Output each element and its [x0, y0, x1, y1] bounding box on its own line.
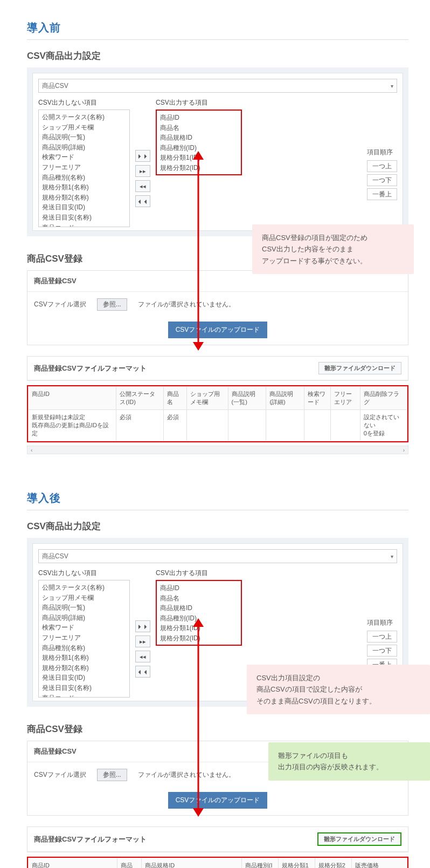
- upload-row-after: CSVファイルのアップロード: [34, 792, 401, 809]
- upload-button[interactable]: CSVファイルのアップロード: [168, 322, 268, 338]
- list-item[interactable]: 販売価格: [160, 644, 238, 646]
- no-file-text-after: ファイルが選択されていません。: [138, 770, 235, 780]
- template-download-button[interactable]: 雛形ファイルダウンロード: [317, 832, 401, 846]
- move-right-button[interactable]: ▸▸: [135, 165, 150, 177]
- browse-button[interactable]: 参照...: [97, 298, 127, 311]
- list-item[interactable]: 商品説明(一覧): [42, 132, 126, 142]
- table-header: 規格分類2(ID): [315, 858, 351, 869]
- no-file-text: ファイルが選択されていません。: [138, 300, 235, 309]
- list-item[interactable]: 商品コード: [42, 693, 126, 698]
- divider: [27, 39, 408, 40]
- list-item[interactable]: 検索ワード: [42, 152, 126, 162]
- format-title-after: 商品登録CSVファイルフォーマット: [34, 835, 147, 844]
- move-buttons: ⏵⏵ ▸▸ ◂◂ ⏴⏴: [135, 150, 150, 207]
- list-item[interactable]: 規格分類1(ID): [160, 623, 238, 633]
- table-header: 商品規格ID: [142, 858, 242, 869]
- horizontal-scrollbar[interactable]: ‹ ›: [27, 446, 408, 454]
- csv-output-panel: 商品CSV ▾ CSV出力しない項目 公開ステータス(名称)ショップ用メモ欄商品…: [27, 67, 408, 236]
- format-card: 商品登録CSVファイルフォーマット 雛形ファイルダウンロード: [27, 356, 408, 381]
- list-item[interactable]: 商品種別(名称): [42, 643, 126, 653]
- order-up-button[interactable]: 一つ上: [367, 631, 397, 643]
- list-item[interactable]: 規格分類2(名称): [42, 193, 126, 203]
- order-up-button[interactable]: 一つ上: [367, 160, 397, 172]
- list-item[interactable]: 販売価格: [160, 173, 238, 175]
- list-item[interactable]: 商品説明(詳細): [42, 142, 126, 153]
- select-value: 商品CSV: [42, 81, 68, 91]
- after-section: 導入後 CSV商品出力設定 商品CSV ▾ CSV出力しない項目 公開ステータス…: [27, 491, 408, 868]
- table-header: フリーエリア: [331, 387, 360, 410]
- move-all-right-button[interactable]: ⏵⏵: [135, 150, 150, 162]
- table-header: 商品説明(詳細): [266, 387, 304, 410]
- list-item[interactable]: 発送日目安(ID): [42, 202, 126, 213]
- table-cell: 新規登録時は未設定 既存商品の更新は商品IDを設定: [29, 410, 116, 441]
- list-item[interactable]: 発送日目安(名称): [42, 213, 126, 223]
- list-item[interactable]: フリーエリア: [42, 162, 126, 173]
- list-item[interactable]: 規格分類2(名称): [42, 663, 126, 673]
- csv-output-title-after: CSV商品出力設定: [27, 520, 408, 532]
- list-item[interactable]: 商品ID: [160, 583, 238, 593]
- list-item[interactable]: 公開ステータス(名称): [42, 112, 126, 122]
- move-left-button[interactable]: ◂◂: [135, 651, 150, 662]
- callout-after-pink: CSV出力項目設定の 商品CSVの項目で設定した内容が そのまま商品CSVの項目…: [247, 665, 430, 714]
- order-down-button[interactable]: 一つ下: [367, 645, 397, 657]
- list-item[interactable]: 商品名: [160, 123, 238, 133]
- list-item[interactable]: 検索ワード: [42, 623, 126, 633]
- list-item[interactable]: 規格分類2(ID): [160, 163, 238, 173]
- list-item[interactable]: 発送日目安(ID): [42, 673, 126, 683]
- format-table-wrap-after: 商品ID商品名商品規格ID商品種別(ID)規格分類1(ID)規格分類2(ID)販…: [27, 857, 408, 868]
- list-item[interactable]: 商品種別(名称): [42, 173, 126, 183]
- list-item[interactable]: 商品種別(ID): [160, 613, 238, 624]
- order-controls-after: 項目順序 一つ上 一つ下 一番上: [367, 618, 397, 671]
- table-header: 販売価格: [351, 858, 407, 869]
- left-column-after: CSV出力しない項目 公開ステータス(名称)ショップ用メモ欄商品説明(一覧)商品…: [38, 569, 130, 698]
- excluded-listbox[interactable]: 公開ステータス(名称)ショップ用メモ欄商品説明(一覧)商品説明(詳細)検索ワード…: [38, 110, 130, 227]
- csv-type-select-after[interactable]: 商品CSV ▾: [38, 549, 397, 563]
- list-item[interactable]: ショップ用メモ欄: [42, 122, 126, 133]
- template-download-button[interactable]: 雛形ファイルダウンロード: [318, 362, 401, 374]
- list-item[interactable]: 発送日目安(名称): [42, 683, 126, 693]
- order-top-button[interactable]: 一番上: [367, 188, 397, 200]
- list-item[interactable]: 規格分類1(名称): [42, 182, 126, 193]
- browse-button[interactable]: 参照...: [97, 769, 127, 781]
- before-title: 導入前: [27, 20, 408, 35]
- csv-reg-card: 商品登録CSV CSVファイル選択 参照... ファイルが選択されていません。 …: [27, 270, 408, 345]
- list-item[interactable]: ショップ用メモ欄: [42, 593, 126, 603]
- excluded-listbox-after[interactable]: 公開ステータス(名称)ショップ用メモ欄商品説明(一覧)商品説明(詳細)検索ワード…: [38, 580, 130, 698]
- list-item[interactable]: 商品規格ID: [160, 133, 238, 143]
- order-controls: 項目順序 一つ上 一つ下 一番上: [367, 148, 397, 200]
- included-listbox-after[interactable]: 商品ID商品名商品規格ID商品種別(ID)規格分類1(ID)規格分類2(ID)販…: [156, 580, 242, 646]
- list-item[interactable]: 商品ID: [160, 113, 238, 123]
- format-header-after: 商品登録CSVファイルフォーマット 雛形ファイルダウンロード: [27, 827, 408, 852]
- included-listbox[interactable]: 商品ID商品名商品規格ID商品種別(ID)規格分類1(ID)規格分類2(ID)販…: [156, 110, 242, 175]
- move-right-button[interactable]: ▸▸: [135, 635, 150, 647]
- right-label-after: CSV出力する項目: [156, 569, 242, 578]
- order-down-button[interactable]: 一つ下: [367, 174, 397, 186]
- move-left-button[interactable]: ◂◂: [135, 180, 150, 192]
- csv-type-select[interactable]: 商品CSV ▾: [38, 79, 397, 93]
- list-item[interactable]: 商品説明(一覧): [42, 603, 126, 613]
- upload-button[interactable]: CSVファイルのアップロード: [168, 792, 268, 809]
- move-all-left-button[interactable]: ⏴⏴: [135, 195, 150, 207]
- list-item[interactable]: 商品説明(詳細): [42, 613, 126, 623]
- table-header: ショップ用メモ欄: [187, 387, 228, 410]
- select-value-after: 商品CSV: [42, 552, 68, 561]
- scroll-right-icon: ›: [403, 447, 405, 453]
- right-column: CSV出力する項目 商品ID商品名商品規格ID商品種別(ID)規格分類1(ID)…: [156, 98, 242, 175]
- list-item[interactable]: 商品名: [160, 593, 238, 604]
- list-item[interactable]: フリーエリア: [42, 633, 126, 643]
- file-label-after: CSVファイル選択: [34, 770, 86, 780]
- list-item[interactable]: 商品規格ID: [160, 603, 238, 613]
- upload-row: CSVファイルのアップロード: [34, 322, 401, 338]
- csv-output-title: CSV商品出力設定: [27, 50, 408, 62]
- move-all-right-button[interactable]: ⏵⏵: [135, 620, 150, 632]
- move-all-left-button[interactable]: ⏴⏴: [135, 666, 150, 678]
- list-item[interactable]: 規格分類1(ID): [160, 153, 238, 163]
- csv-reg-title-after: 商品CSV登録: [27, 723, 408, 735]
- card-body: CSVファイル選択 参照... ファイルが選択されていません。 CSVファイルの…: [27, 292, 408, 345]
- list-item[interactable]: 規格分類2(ID): [160, 633, 238, 644]
- list-item[interactable]: 商品種別(ID): [160, 143, 238, 153]
- list-item[interactable]: 商品コード: [42, 223, 126, 227]
- list-item[interactable]: 規格分類1(名称): [42, 653, 126, 663]
- scroll-left-icon: ‹: [31, 447, 32, 453]
- list-item[interactable]: 公開ステータス(名称): [42, 583, 126, 593]
